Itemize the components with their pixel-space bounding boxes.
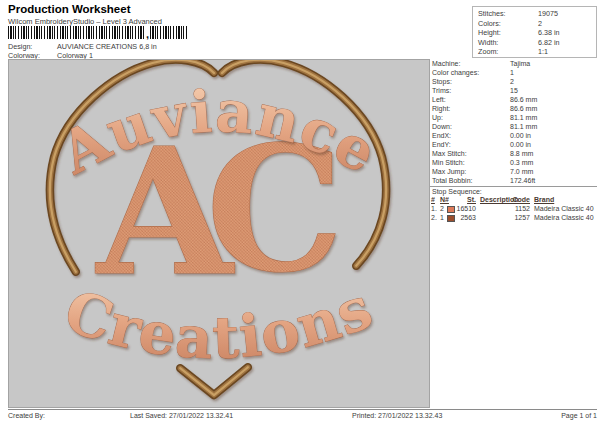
stop-sequence-row: 2. 1 2563 1257 Madeira Classic 40 [430,214,597,223]
production-worksheet-page: Production Worksheet Wilcom EmbroiderySt… [0,0,600,424]
machine-detail-row: EndX:0.00 in [432,132,597,141]
machine-detail-value: 86.6 mm [510,96,537,103]
col-code: Code [502,196,530,203]
machine-detail-row: Right:86.6 mm [432,105,597,114]
machine-detail-row: Down:81.1 mm [432,123,597,132]
summary-box: Stitches:19075 Colors:2 Height:6.38 in W… [472,6,597,58]
cell-num: 1. [431,205,437,212]
design-barcode: , [8,26,187,40]
machine-detail-label: Max Stitch: [432,150,510,157]
machine-detail-row: Stops:2 [432,78,597,87]
machine-detail-label: Stops: [432,78,510,85]
machine-detail-row: Max Stitch:8.8 mm [432,150,597,159]
cell-code: 1257 [502,214,530,221]
machine-detail-label: EndY: [432,141,510,148]
cell-code: 1152 [502,205,530,212]
summary-label: Stitches: [478,9,538,18]
machine-detail-label: Up: [432,114,510,121]
page-number: Page 1 of 1 [561,412,597,419]
machine-detail-label: Left: [432,96,510,103]
machine-detail-value: 8.8 mm [510,150,533,157]
machine-detail-value: Tajima [510,60,530,67]
summary-value: 6.82 in [538,38,560,47]
embroidery-design: A C Auviance Creations [9,60,429,407]
design-name-row: Design:AUVIANCE CREATIONS 6,8 in [8,42,157,51]
col-brand: Brand [534,196,554,203]
machine-detail-label: Color changes: [432,69,510,76]
machine-details: Machine:Tajima Color changes:1 Stops:2 T… [432,60,597,186]
cell-needle: 1 [440,214,444,221]
machine-detail-value: 1 [510,69,514,76]
machine-detail-value: 86.6 mm [510,105,537,112]
machine-detail-value: 0.00 in [510,141,531,148]
stop-sequence-header: # N# St. Description Code Brand [430,196,597,205]
footer-divider [8,409,597,410]
stop-sequence-rows: 1. 2 16510 1152 Madeira Classic 40 2. 1 … [430,205,597,223]
machine-detail-row: Up:81.1 mm [432,114,597,123]
col-num: # [431,196,435,203]
machine-detail-value: 172.46ft [510,177,535,184]
cell-st: 2563 [448,214,476,221]
summary-value: 1:1 [538,47,548,56]
summary-label: Colors: [478,19,538,28]
summary-label: Height: [478,28,538,37]
summary-row: Width:6.82 in [478,38,596,48]
machine-detail-row: Min Stitch:0.3 mm [432,159,597,168]
app-subtitle: Wilcom EmbroideryStudio – Level 3 Advanc… [8,17,162,26]
cell-needle: 2 [440,205,444,212]
stop-sequence-row: 1. 2 16510 1152 Madeira Classic 40 [430,205,597,214]
summary-label: Width: [478,38,538,47]
machine-detail-label: EndX: [432,132,510,139]
machine-detail-row: Trims:15 [432,87,597,96]
machine-detail-value: 81.1 mm [510,123,537,130]
machine-detail-label: Right: [432,105,510,112]
cell-st: 16510 [448,205,476,212]
machine-detail-row: Color changes:1 [432,69,597,78]
machine-detail-label: Machine: [432,60,510,67]
created-by: Created By: [8,412,45,419]
summary-row: Height:6.38 in [478,28,596,38]
machine-detail-value: 81.1 mm [510,114,537,121]
machine-detail-row: EndY:0.00 in [432,141,597,150]
summary-row: Zoom:1:1 [478,47,596,57]
machine-detail-row: Left:86.6 mm [432,96,597,105]
design-value: AUVIANCE CREATIONS 6,8 in [57,42,157,51]
machine-detail-value: 2 [510,78,514,85]
machine-detail-label: Down: [432,123,510,130]
machine-detail-value: 7.0 mm [510,168,533,175]
machine-detail-value: 0.00 in [510,132,531,139]
machine-detail-value: 15 [510,87,518,94]
machine-detail-value: 0.3 mm [510,159,533,166]
summary-value: 2 [538,19,542,28]
cell-brand: Madeira Classic 40 [534,205,594,212]
machine-detail-label: Total Bobbin: [432,177,510,184]
cell-brand: Madeira Classic 40 [534,214,594,221]
barcode-bars-left [8,26,145,39]
design-canvas: A C Auviance Creations [8,59,430,408]
machine-detail-label: Max Jump: [432,168,510,175]
stop-sequence: Stop Sequence: # N# St. Description Code… [430,186,597,223]
summary-value: 6.38 in [538,28,560,37]
col-st: St. [448,196,476,203]
machine-detail-row: Max Jump:7.0 mm [432,168,597,177]
machine-detail-row: Machine:Tajima [432,60,597,69]
printed: Printed: 27/01/2022 13.32.43 [352,412,442,419]
barcode-separator: , [146,26,149,43]
stop-sequence-title: Stop Sequence: [430,187,597,196]
last-saved: Last Saved: 27/01/2022 13.32.41 [130,412,233,419]
summary-label: Zoom: [478,47,538,56]
summary-row: Stitches:19075 [478,9,596,19]
design-label: Design: [8,42,57,51]
barcode-bars-right [150,26,187,39]
machine-detail-row: Total Bobbin:172.46ft [432,177,597,186]
summary-value: 19075 [538,9,558,18]
cell-num: 2. [431,214,437,221]
page-title: Production Worksheet [8,3,130,15]
summary-row: Colors:2 [478,19,596,29]
machine-detail-label: Trims: [432,87,510,94]
machine-detail-label: Min Stitch: [432,159,510,166]
